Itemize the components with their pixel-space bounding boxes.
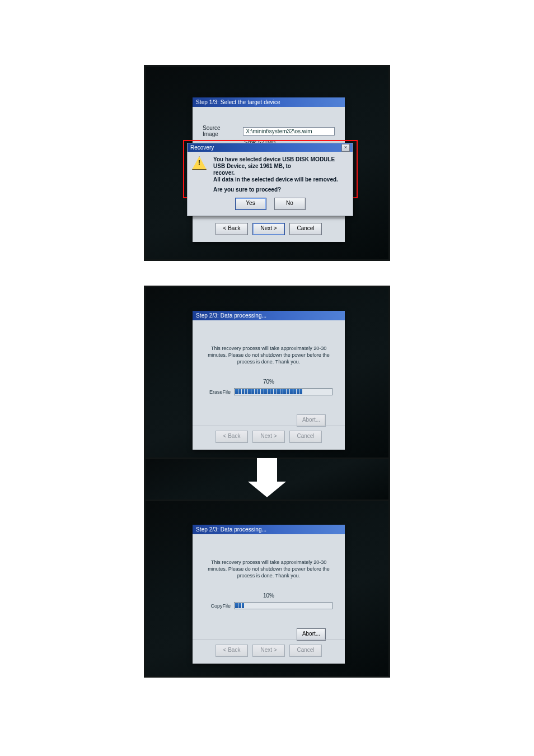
wizard-body: This recovery process will take approxim…	[193, 320, 345, 432]
recovery-note: This recovery process will take approxim…	[207, 559, 330, 579]
page: Step 1/3: Select the target device Sourc…	[0, 0, 534, 722]
yes-button[interactable]: Yes	[235, 198, 266, 210]
wizard-step2b: Step 2/3: Data processing... This recove…	[193, 525, 345, 664]
cancel-button[interactable]: Cancel	[289, 645, 322, 657]
warning-icon	[192, 156, 207, 170]
screenshot-3: Step 2/3: Data processing... This recove…	[144, 500, 390, 678]
arrow-down	[144, 459, 390, 500]
progress-row: EraseFile	[202, 388, 336, 395]
dialog-text: You have selected device USB DISK MODULE…	[213, 156, 347, 193]
arrow-down-icon	[257, 458, 277, 497]
progress-percent: 10%	[202, 592, 336, 599]
progress-bar	[234, 388, 332, 395]
progress-row: CopyFile	[202, 602, 336, 609]
cancel-button[interactable]: Cancel	[289, 223, 322, 235]
stage-label: EraseFile	[205, 389, 231, 395]
progress-percent: 70%	[202, 379, 336, 385]
wizard-title: Step 2/3: Data processing...	[193, 525, 345, 534]
back-button[interactable]: < Back	[216, 645, 248, 657]
dialog-title: Recovery	[190, 143, 214, 152]
abort-button[interactable]: Abort...	[297, 414, 326, 427]
recovery-confirmation-dialog: Recovery × You have selected device USB …	[187, 143, 353, 216]
back-button[interactable]: < Back	[216, 223, 248, 235]
progress-bar	[234, 602, 332, 609]
wizard-title: Step 1/3: Select the target device	[193, 97, 345, 107]
cancel-button[interactable]: Cancel	[289, 431, 322, 443]
wizard-title: Step 2/3: Data processing...	[193, 311, 345, 320]
back-button[interactable]: < Back	[216, 431, 248, 443]
source-image-label: Source Image	[203, 125, 237, 137]
wizard-body: This recovery process will take approxim…	[193, 534, 345, 646]
next-button[interactable]: Next >	[252, 431, 285, 443]
abort-button[interactable]: Abort...	[297, 628, 326, 641]
close-icon[interactable]: ×	[341, 144, 350, 152]
next-button[interactable]: Next >	[252, 645, 285, 657]
no-button[interactable]: No	[274, 198, 306, 210]
next-button[interactable]: Next >	[252, 223, 285, 235]
screenshot-1: Step 1/3: Select the target device Sourc…	[144, 65, 390, 261]
recovery-note: This recovery process will take approxim…	[207, 345, 330, 365]
screenshot-2: Step 2/3: Data processing... This recove…	[144, 286, 390, 459]
source-image-field[interactable]	[243, 127, 335, 136]
stage-label: CopyFile	[205, 603, 231, 609]
wizard-step2a: Step 2/3: Data processing... This recove…	[193, 311, 345, 450]
